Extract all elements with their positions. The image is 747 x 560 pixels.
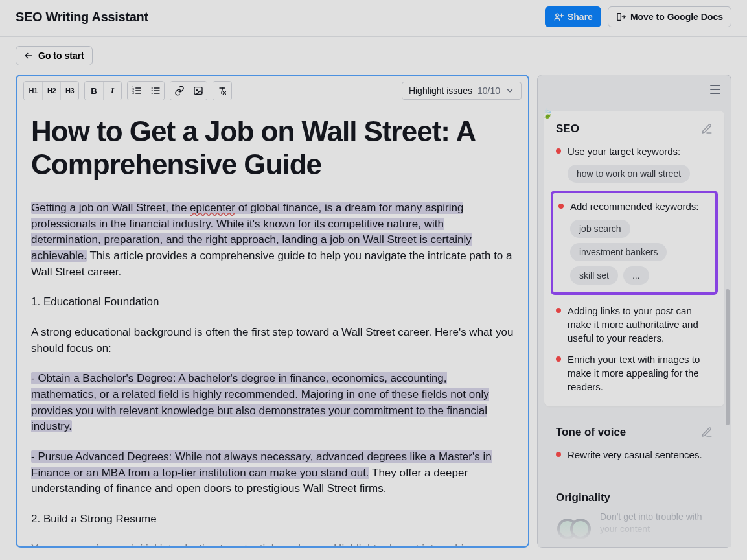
target-keywords-suggestion: Use your target keywords: how to work on…	[556, 145, 713, 183]
edit-icon[interactable]	[701, 426, 713, 438]
editor-body[interactable]: How to Get a Job on Wall Street: A Compr…	[17, 106, 528, 546]
keyword-chip[interactable]: investment bankers	[570, 243, 667, 261]
editor-pane: H1 H2 H3 B I 123	[16, 75, 529, 548]
image-icon	[193, 86, 203, 96]
link-button[interactable]	[170, 82, 189, 100]
bullet-dot	[556, 356, 561, 362]
h2-button[interactable]: H2	[42, 82, 60, 100]
recommended-keywords-highlight: Add recommended keywords: job search inv…	[551, 191, 718, 295]
side-header	[538, 75, 731, 104]
svg-point-16	[151, 93, 152, 94]
ordered-list-icon: 123	[132, 86, 142, 96]
editor-toolbar: H1 H2 H3 B I 123	[17, 76, 528, 106]
header-actions: Share Move to Google Docs	[545, 6, 731, 27]
spelling-error: epicenter	[190, 202, 235, 214]
heading-group: H1 H2 H3	[23, 81, 79, 100]
recommended-keywords-suggestion: Add recommended keywords: job search inv…	[558, 200, 710, 285]
svg-point-18	[196, 89, 198, 91]
keyword-chip-more[interactable]: ...	[623, 266, 649, 285]
recommended-keywords-label: Add recommended keywords:	[570, 200, 710, 213]
arrow-left-icon	[24, 51, 33, 60]
svg-rect-3	[617, 14, 621, 21]
clear-format-button[interactable]	[213, 82, 231, 100]
svg-text:3: 3	[132, 91, 134, 95]
add-links-suggestion: Adding links to your post can make it mo…	[556, 304, 713, 345]
highlight-issues-label: Highlight issues	[409, 86, 472, 96]
document-title[interactable]: How to Get a Job on Wall Street: A Compr…	[31, 115, 514, 181]
tone-card: Tone of voice Rewrite very casual senten…	[544, 415, 724, 472]
target-keywords-label: Use your target keywords:	[568, 145, 713, 158]
leaf-icon: 🍃	[542, 108, 553, 119]
highlight-issues-count: 10/10	[477, 86, 500, 96]
suggestions-pane: 🍃 SEO Use your target keywords: how to w…	[537, 75, 731, 548]
list-group: 123	[127, 81, 165, 100]
image-button[interactable]	[189, 82, 207, 100]
clear-format-icon	[217, 86, 227, 96]
binoculars-icon	[556, 511, 592, 538]
svg-point-14	[151, 88, 152, 89]
seo-card: 🍃 SEO Use your target keywords: how to w…	[544, 111, 724, 406]
italic-button[interactable]: I	[103, 82, 121, 100]
move-to-gdocs-button[interactable]: Move to Google Docs	[608, 6, 731, 27]
unordered-list-button[interactable]	[146, 82, 164, 100]
go-to-start-button[interactable]: Go to start	[16, 46, 93, 65]
main-layout: H1 H2 H3 B I 123	[0, 75, 747, 560]
move-icon	[616, 12, 626, 22]
format-group: B I	[84, 81, 122, 100]
originality-card-title: Originality	[556, 491, 610, 504]
bullet-dot	[556, 452, 561, 457]
keyword-chip[interactable]: job search	[570, 220, 630, 238]
tone-suggestion: Rewrite very casual sentences.	[556, 448, 713, 461]
share-button-label: Share	[568, 12, 593, 22]
svg-point-15	[151, 90, 152, 91]
bullet-dot	[558, 204, 564, 209]
h3-button[interactable]: H3	[60, 82, 78, 100]
subnav: Go to start	[0, 37, 747, 75]
menu-icon[interactable]	[707, 82, 723, 97]
app-title: SEO Writing Assistant	[16, 10, 148, 25]
section-1-intro[interactable]: A strong educational background is often…	[31, 325, 514, 356]
app-header: SEO Writing Assistant Share Move to Goog…	[0, 0, 747, 37]
side-body: 🍃 SEO Use your target keywords: how to w…	[538, 104, 731, 547]
scrollbar-thumb[interactable]	[726, 289, 730, 425]
bullet-advanced[interactable]: - Pursue Advanced Degrees: While not alw…	[31, 449, 514, 497]
svg-point-0	[556, 14, 558, 16]
bullet-dot	[556, 308, 561, 313]
edit-icon[interactable]	[701, 123, 713, 135]
keyword-chip[interactable]: how to work on wall street	[568, 165, 690, 183]
link-icon	[174, 86, 185, 96]
move-button-label: Move to Google Docs	[630, 12, 723, 22]
svg-rect-17	[194, 88, 202, 95]
bullet-list-icon	[150, 86, 161, 96]
bullet-dot	[556, 148, 561, 154]
share-button[interactable]: Share	[545, 6, 601, 27]
bullet-bachelors[interactable]: - Obtain a Bachelor's Degree: A bachelor…	[31, 371, 514, 435]
h1-button[interactable]: H1	[24, 82, 42, 100]
go-to-start-label: Go to start	[38, 51, 84, 61]
clear-group	[213, 81, 232, 100]
tone-card-title: Tone of voice	[556, 426, 626, 439]
insert-group	[170, 81, 207, 100]
paragraph-intro[interactable]: Getting a job on Wall Street, the epicen…	[31, 200, 514, 280]
highlight-issues-dropdown[interactable]: Highlight issues 10/10	[402, 82, 522, 100]
seo-card-title: SEO	[556, 122, 579, 135]
bold-button[interactable]: B	[85, 82, 103, 100]
chevron-down-icon	[505, 86, 514, 95]
section-2-intro[interactable]: Your resume is your initial introduction…	[31, 541, 514, 546]
ordered-list-button[interactable]: 123	[128, 82, 146, 100]
section-2-heading[interactable]: 2. Build a Strong Resume	[31, 511, 514, 528]
originality-card: Originality Don't get into trouble with …	[544, 481, 724, 538]
keyword-chip[interactable]: skill set	[570, 266, 618, 285]
originality-text: Don't get into trouble with your content	[600, 511, 713, 535]
share-icon	[553, 12, 564, 22]
section-1-heading[interactable]: 1. Educational Foundation	[31, 294, 514, 310]
add-images-suggestion: Enrich your text with images to make it …	[556, 353, 713, 393]
